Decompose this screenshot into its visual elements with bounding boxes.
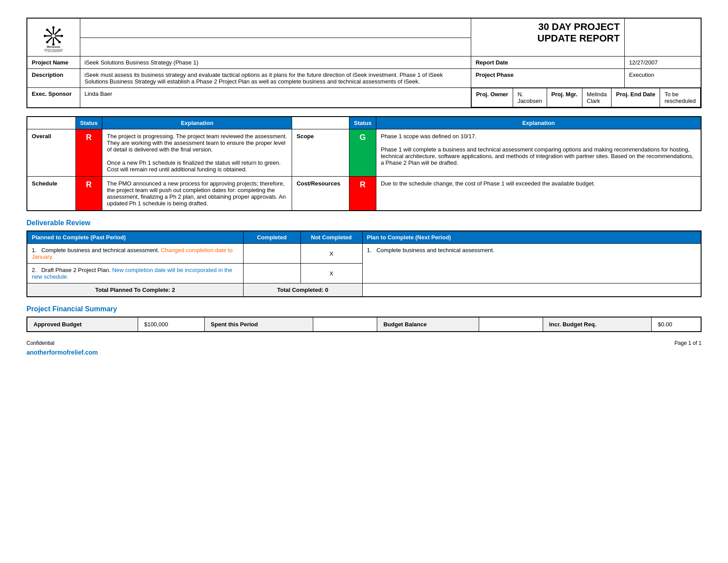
proj-end-date-label: Proj. End Date [612, 88, 660, 107]
project-phase-value: Execution [624, 69, 701, 88]
del-item-1: 1. Complete business and technical asses… [27, 244, 243, 264]
proj-owner-label: Proj. Owner [471, 88, 513, 107]
site-url: anotherformofrelief.com [26, 349, 702, 356]
status-col-right-header: Status [349, 117, 376, 129]
incr-budget-label: Incr. Budget Req. [543, 317, 651, 332]
project-name-value: iSeek Solutions Business Strategy (Phase… [80, 57, 471, 69]
footer: Confidential Page 1 of 1 [26, 340, 702, 346]
del-next-1-text: Complete business and technical assessme… [376, 247, 494, 253]
del-item-1-completed [243, 244, 300, 264]
del-item-1-number: 1. [32, 247, 40, 253]
del-item-2-not-completed: X [300, 264, 362, 283]
proj-mgr-label: Proj. Mgr. [547, 88, 582, 107]
project-name-label: Project Name [27, 57, 80, 69]
report-date-value: 12/27/2007 [624, 57, 701, 69]
del-col-completed: Completed [243, 231, 300, 244]
scope-explanation: Phase 1 scope was defined on 10/17. Phas… [376, 129, 701, 177]
deliverable-table: Planned to Complete (Past Period) Comple… [26, 230, 702, 297]
del-item-1-text-plain: Complete business and technical assessme… [41, 247, 159, 253]
explanation-col-left-header: Explanation [102, 117, 292, 129]
svg-text:& UNIVERSITIES: & UNIVERSITIES [45, 51, 62, 52]
report-date-label: Report Date [471, 57, 624, 69]
description-value: iSeek must assess its business strategy … [80, 69, 471, 88]
del-footer-left: Total Planned To Complete: 2 [27, 283, 243, 297]
report-title-cell: 30 DAY PROJECT UPDATE REPORT [471, 18, 624, 57]
svg-point-10 [59, 29, 61, 31]
svg-point-9 [59, 41, 61, 43]
del-col-plan-next: Plan to Complete (Next Period) [362, 231, 701, 244]
cost-resources-label: Cost/Resources [292, 177, 349, 211]
del-item-2-completed [243, 264, 300, 283]
page-info-text: Page 1 of 1 [675, 340, 702, 346]
svg-text:Minnesota: Minnesota [47, 45, 60, 48]
project-phase-label: Project Phase [471, 69, 624, 88]
description-label: Description [27, 69, 80, 88]
del-item-2: 2. Draft Phase 2 Project Plan. New compl… [27, 264, 243, 283]
report-title-line1: 30 DAY PROJECT [476, 21, 620, 33]
overall-label: Overall [27, 129, 75, 177]
overall-explanation: The project is progressing. The project … [102, 129, 292, 177]
proj-mgr-value: Melinda Clark [582, 88, 612, 107]
exec-sponsor-label: Exec. Sponsor [27, 88, 80, 108]
header-table: Minnesota STATE COLLEGES & UNIVERSITIES … [26, 18, 702, 108]
del-footer-center: Total Completed: 0 [243, 283, 362, 297]
confidential-text: Confidential [26, 340, 54, 346]
del-item-1-not-completed: X [300, 244, 362, 264]
overall-status: R [75, 129, 102, 177]
deliverable-review-title: Deliverable Review [26, 219, 702, 227]
svg-point-8 [46, 29, 49, 31]
exec-sponsor-value: Linda Baer [80, 88, 471, 108]
svg-point-4 [53, 26, 55, 28]
proj-end-date-value: To be rescheduled [660, 88, 701, 107]
svg-point-7 [61, 35, 63, 37]
del-next-1-number: 1. [367, 247, 375, 253]
budget-balance-label: Budget Balance [377, 317, 479, 332]
scope-label: Scope [292, 129, 349, 177]
cost-resources-status: R [349, 177, 376, 211]
report-title-spacer2 [80, 38, 471, 56]
svg-point-12 [52, 34, 56, 38]
del-col-planned: Planned to Complete (Past Period) [27, 231, 243, 244]
explanation-col-right-header: Explanation [376, 117, 701, 129]
scope-status: G [349, 129, 376, 177]
schedule-label: Schedule [27, 177, 75, 211]
del-item-2-number: 2. [32, 267, 40, 273]
del-next-period-items: 1. Complete business and technical asses… [362, 244, 701, 283]
schedule-explanation: The PMO announced a new process for appr… [102, 177, 292, 211]
financial-summary-title: Project Financial Summary [26, 305, 702, 313]
budget-balance-value [479, 317, 543, 332]
spent-period-label: Spent this Period [204, 317, 313, 332]
proj-owner-value: N. Jacobsen [513, 88, 547, 107]
status-col-left-header: Status [75, 117, 102, 129]
report-title-line2: UPDATE REPORT [476, 33, 620, 44]
svg-point-6 [44, 35, 46, 37]
schedule-status: R [75, 177, 102, 211]
financial-table: Approved Budget $100,000 Spent this Peri… [26, 317, 702, 332]
svg-text:STATE COLLEGES: STATE COLLEGES [44, 49, 63, 51]
logo-icon: Minnesota STATE COLLEGES & UNIVERSITIES [38, 21, 69, 52]
status-table: Status Explanation Status Explanation Ov… [26, 116, 702, 211]
del-item-2-text-plain: Draft Phase 2 Project Plan. [41, 267, 111, 273]
cost-resources-explanation: Due to the schedule change, the cost of … [376, 177, 701, 211]
svg-point-11 [46, 41, 49, 43]
approved-budget-label: Approved Budget [27, 317, 138, 332]
approved-budget-value: $100,000 [138, 317, 204, 332]
spent-period-value [313, 317, 377, 332]
logo-cell: Minnesota STATE COLLEGES & UNIVERSITIES [27, 18, 80, 57]
incr-budget-value: $0.00 [651, 317, 701, 332]
del-col-not-completed: Not Completed [300, 231, 362, 244]
report-title-spacer [80, 18, 471, 38]
